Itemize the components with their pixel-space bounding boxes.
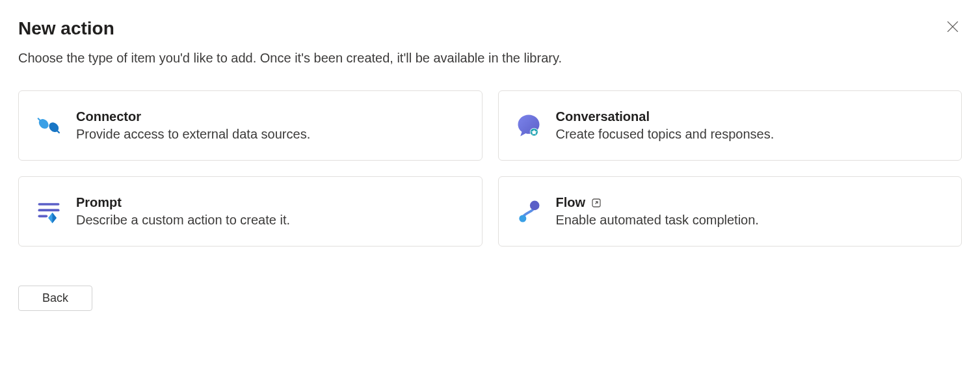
footer: Back [18,286,962,311]
card-title-text: Flow [556,195,586,210]
card-conversational[interactable]: Conversational Create focused topics and… [498,90,962,161]
card-flow[interactable]: Flow Enable automated task completion. [498,176,962,247]
card-description: Create focused topics and responses. [556,127,946,142]
flow-icon [514,197,543,226]
card-description: Describe a custom action to create it. [76,213,466,228]
connector-icon [34,111,63,140]
close-icon [947,21,959,34]
prompt-icon [34,197,63,226]
svg-rect-12 [38,215,48,218]
page-subtitle: Choose the type of item you'd like to ad… [18,51,962,66]
card-description: Provide access to external data sources. [76,127,466,142]
svg-point-14 [519,215,526,222]
conversational-icon [514,111,543,140]
svg-rect-11 [38,209,60,211]
close-button[interactable] [944,18,962,36]
card-connector[interactable]: Connector Provide access to external dat… [18,90,483,161]
card-description: Enable automated task completion. [556,213,946,228]
back-button[interactable]: Back [18,286,92,311]
card-prompt[interactable]: Prompt Describe a custom action to creat… [18,176,483,247]
external-link-icon [590,197,602,209]
action-cards-grid: Connector Provide access to external dat… [18,90,962,247]
card-title: Connector [76,109,466,124]
card-title: Prompt [76,195,466,210]
page-title: New action [18,18,114,39]
card-title: Conversational [556,109,946,124]
card-title: Flow [556,195,946,210]
svg-rect-10 [38,203,60,206]
svg-point-13 [529,201,539,211]
